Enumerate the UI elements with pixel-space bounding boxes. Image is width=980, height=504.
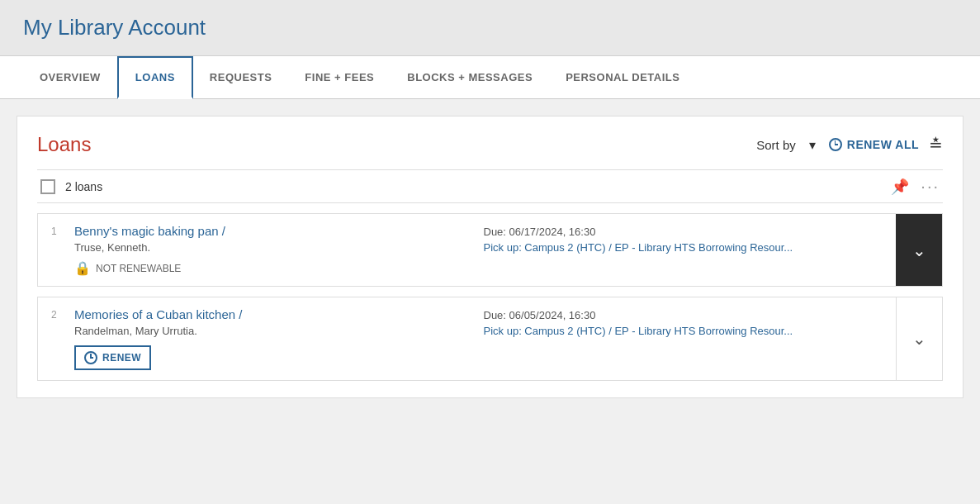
pin-icon[interactable]: 📌 bbox=[891, 178, 909, 196]
loan-item-body: 1 Benny's magic baking pan / Truse, Kenn… bbox=[38, 214, 896, 286]
more-options-icon[interactable]: ··· bbox=[921, 177, 940, 196]
loans-list-header: 2 loans 📌 ··· bbox=[37, 169, 943, 203]
select-all-checkbox[interactable] bbox=[40, 179, 55, 194]
loan-index: 1 bbox=[51, 226, 64, 237]
renew-clock-icon bbox=[84, 351, 97, 364]
loan-item: 2 Memories of a Cuban kitchen / Randelma… bbox=[37, 297, 943, 381]
loan-item-body: 2 Memories of a Cuban kitchen / Randelma… bbox=[38, 297, 896, 380]
tab-overview[interactable]: OVERVIEW bbox=[23, 58, 117, 99]
renew-all-label: RENEW ALL bbox=[847, 138, 919, 151]
loan-details: Memories of a Cuban kitchen / Randelman,… bbox=[74, 307, 474, 370]
loan-expand-button[interactable]: ⌄ bbox=[896, 214, 942, 286]
sort-lines-button[interactable]: ≛ bbox=[929, 135, 943, 155]
renew-all-button[interactable]: RENEW ALL bbox=[829, 138, 919, 151]
loan-author: Truse, Kenneth. bbox=[74, 241, 474, 254]
header-bar: My Library Account bbox=[0, 0, 980, 56]
loan-expand-button[interactable]: ⌄ bbox=[896, 297, 942, 380]
renew-all-clock-icon bbox=[829, 138, 842, 151]
loans-count: 2 loans bbox=[65, 180, 102, 193]
loan-author: Randelman, Mary Urrutia. bbox=[74, 325, 474, 337]
lock-icon: 🔒 bbox=[74, 260, 91, 276]
loan-title[interactable]: Memories of a Cuban kitchen / bbox=[74, 307, 242, 321]
main-content: Loans Sort by ▾ RENEW ALL ≛ 2 loans 📌 ··… bbox=[17, 116, 963, 398]
loans-actions: Sort by ▾ RENEW ALL ≛ bbox=[756, 135, 943, 155]
sort-dropdown-button[interactable]: ▾ bbox=[806, 136, 819, 155]
loan-title[interactable]: Benny's magic baking pan / bbox=[74, 224, 225, 238]
page-title: My Library Account bbox=[23, 15, 206, 40]
tab-requests[interactable]: REQUESTS bbox=[193, 58, 289, 99]
loan-status-text: NOT RENEWABLE bbox=[96, 263, 181, 274]
loan-pickup: Pick up: Campus 2 (HTC) / EP - Library H… bbox=[484, 241, 883, 254]
loan-pickup: Pick up: Campus 2 (HTC) / EP - Library H… bbox=[484, 325, 883, 337]
loans-list-right: 📌 ··· bbox=[891, 177, 940, 196]
loans-list-left: 2 loans bbox=[40, 179, 102, 194]
renew-label: RENEW bbox=[102, 352, 141, 364]
loans-header: Loans Sort by ▾ RENEW ALL ≛ bbox=[37, 133, 943, 156]
loan-due: Due: 06/05/2024, 16:30 bbox=[484, 309, 883, 321]
tab-loans[interactable]: LOANS bbox=[117, 56, 193, 99]
loan-due-info: Due: 06/17/2024, 16:30 Pick up: Campus 2… bbox=[484, 224, 883, 254]
loan-due: Due: 06/17/2024, 16:30 bbox=[484, 226, 883, 238]
sort-by-label: Sort by bbox=[756, 138, 796, 152]
loan-index: 2 bbox=[51, 309, 64, 321]
loan-item: 1 Benny's magic baking pan / Truse, Kenn… bbox=[37, 213, 943, 287]
loan-details: Benny's magic baking pan / Truse, Kennet… bbox=[74, 224, 474, 276]
tab-personal-details[interactable]: PERSONAL DETAILS bbox=[549, 58, 696, 99]
tabs-bar: OVERVIEW LOANS REQUESTS FINE + FEES BLOC… bbox=[0, 56, 980, 99]
loans-title: Loans bbox=[37, 133, 91, 156]
loan-due-info: Due: 06/05/2024, 16:30 Pick up: Campus 2… bbox=[484, 307, 883, 337]
renew-button[interactable]: RENEW bbox=[74, 345, 151, 370]
loan-status: 🔒 NOT RENEWABLE bbox=[74, 260, 474, 276]
tab-blocks-messages[interactable]: BLOCKS + MESSAGES bbox=[391, 58, 549, 99]
tab-fine-fees[interactable]: FINE + FEES bbox=[288, 58, 391, 99]
